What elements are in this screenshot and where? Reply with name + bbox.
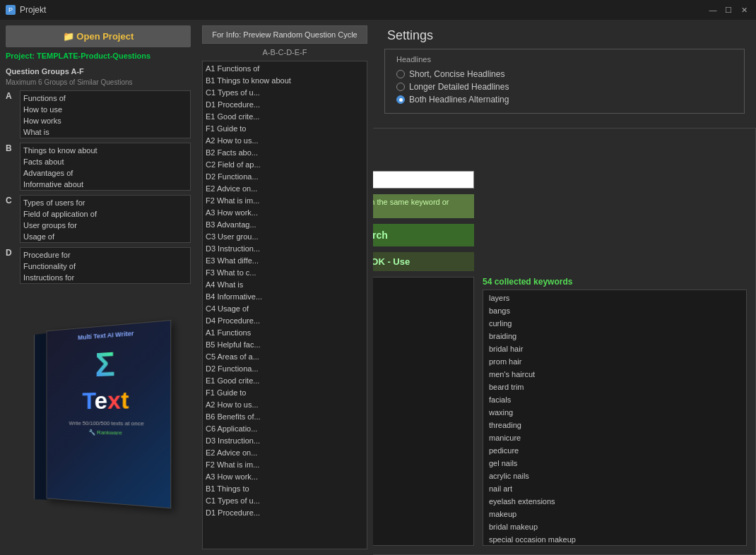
outline-item[interactable]: C1 Types of u... (206, 87, 364, 99)
list-item[interactable]: Instructions for (23, 272, 187, 283)
keyword-item[interactable]: deep conditioning (373, 381, 471, 393)
keyword-item[interactable]: color correction (373, 292, 471, 304)
keyword-item[interactable]: bangs (373, 520, 471, 533)
collected-keyword-item[interactable]: manicure (489, 431, 740, 444)
keyword-item[interactable]: keratin treatment (373, 368, 471, 381)
outline-item[interactable]: F2 What is im... (206, 195, 364, 207)
collected-keyword-item[interactable]: bridal hair (489, 342, 740, 355)
keyword-item[interactable]: perms (373, 470, 471, 482)
outline-item[interactable]: B6 Benefits of... (206, 411, 364, 423)
list-item[interactable]: What is (23, 126, 187, 138)
collected-keyword-item[interactable]: bridal makeup (489, 520, 740, 533)
outline-item[interactable]: C1 Types of u... (206, 495, 364, 507)
keyword-search-input[interactable] (373, 171, 474, 189)
list-item[interactable]: Advantages of (23, 167, 187, 179)
outline-item[interactable]: D2 Functiona... (206, 363, 364, 375)
list-item[interactable]: How to use (23, 104, 187, 115)
keyword-item[interactable]: braiding (373, 431, 471, 444)
keyword-item[interactable]: updos (373, 444, 471, 457)
outline-item[interactable]: C6 Applicatio... (206, 423, 364, 435)
collected-keyword-item[interactable]: prom hair (489, 355, 740, 368)
list-item[interactable]: Areas of application of (23, 242, 187, 243)
keyword-item[interactable]: texturizing (373, 482, 471, 495)
outline-item[interactable]: F2 What is im... (206, 459, 364, 471)
outline-item[interactable]: D2 Functiona... (206, 171, 364, 183)
list-item[interactable]: Functions of (23, 92, 187, 104)
collected-keyword-item[interactable]: acrylic nails (489, 470, 740, 482)
minimize-button[interactable]: — (707, 4, 719, 16)
keyword-item[interactable]: blowout (373, 304, 471, 317)
kf-collected-list[interactable]: layersbangscurlingbraidingbridal hairpro… (483, 290, 747, 546)
radio-short-headlines[interactable] (396, 70, 405, 78)
group-listbox-c[interactable]: Types of users for Field of application … (20, 195, 191, 243)
list-item[interactable]: Field of application of (23, 208, 187, 220)
outline-item[interactable]: D3 Instruction... (206, 243, 364, 255)
kf-keywords-list[interactable]: haircutscolor correctionblowoutbalayageh… (373, 277, 474, 546)
list-item[interactable]: How works (23, 115, 187, 126)
keyword-item[interactable]: lowlights (373, 342, 471, 355)
outline-item[interactable]: C3 User grou... (206, 231, 364, 243)
radio-longer-headlines[interactable] (396, 83, 405, 91)
open-project-button[interactable]: 📁 Open Project (6, 25, 191, 47)
keyword-item[interactable]: haircuts (373, 279, 471, 292)
collected-keyword-item[interactable]: waxing (489, 406, 740, 419)
outline-listbox[interactable]: A1 Functions ofB1 Things to know aboutC1… (202, 61, 367, 549)
outline-item[interactable]: A1 Functions of (206, 63, 364, 75)
keyword-item[interactable]: highlights (373, 330, 471, 342)
outline-item[interactable]: A2 How to us... (206, 399, 364, 411)
keyword-item[interactable]: balayage (373, 317, 471, 330)
outline-item[interactable]: A1 Functions (206, 327, 364, 339)
outline-item[interactable]: E1 Good crite... (206, 111, 364, 123)
outline-item[interactable]: D3 Instruction... (206, 435, 364, 447)
outline-item[interactable]: A2 How to us... (206, 135, 364, 147)
collected-keyword-item[interactable]: men's haircut (489, 368, 740, 381)
list-item[interactable]: Types of users for (23, 197, 187, 208)
outline-item[interactable]: F1 Guide to (206, 387, 364, 399)
keyword-item[interactable]: razor cut (373, 406, 471, 419)
collected-keyword-item[interactable]: makeup (489, 508, 740, 520)
outline-item[interactable]: D4 Procedure... (206, 315, 364, 327)
list-item[interactable]: Procedure for (23, 249, 187, 261)
outline-item[interactable]: C2 Field of ap... (206, 159, 364, 171)
collected-keyword-item[interactable]: nail art (489, 482, 740, 495)
group-listbox-b[interactable]: Things to know about Facts about Advanta… (20, 143, 191, 191)
group-listbox-d[interactable]: Procedure for Functionality of Instructi… (20, 247, 191, 284)
keyword-item[interactable]: ombre (373, 355, 471, 368)
outline-item[interactable]: B3 Advantag... (206, 219, 364, 231)
outline-item[interactable]: B5 Helpful fac... (206, 339, 364, 351)
outline-item[interactable]: A3 How work... (206, 207, 364, 219)
outline-item[interactable]: B4 Informative... (206, 291, 364, 303)
outline-item[interactable]: B1 Things to (206, 483, 364, 495)
collected-keyword-item[interactable]: curling (489, 317, 740, 330)
outline-item[interactable]: A3 How work... (206, 471, 364, 483)
outline-item[interactable]: A4 What is (206, 279, 364, 291)
outline-item[interactable]: B2 Facts abo... (206, 147, 364, 159)
preview-button[interactable]: For Info: Preview Random Question Cycle (202, 25, 367, 44)
outline-item[interactable]: B1 Things to know about (206, 75, 364, 87)
collected-keyword-item[interactable]: facials (489, 393, 740, 406)
keyword-item[interactable]: beach waves (373, 419, 471, 431)
radio-both-headlines[interactable] (396, 95, 405, 104)
keyword-item[interactable]: curling iron (373, 533, 471, 546)
collected-keyword-item[interactable]: pedicure (489, 444, 740, 457)
keyword-item[interactable]: scalp massage (373, 393, 471, 406)
outline-item[interactable]: C5 Areas of a... (206, 351, 364, 363)
collected-keyword-item[interactable]: braiding (489, 330, 740, 342)
close-button[interactable]: ✕ (738, 4, 750, 16)
outline-item[interactable]: E1 Good crite... (206, 375, 364, 387)
collected-keyword-item[interactable]: eyelash extensions (489, 495, 740, 508)
outline-item[interactable]: E2 Advice on... (206, 183, 364, 195)
list-item[interactable]: Usage of (23, 231, 187, 242)
collected-keyword-item[interactable]: layers (489, 292, 740, 304)
outline-item[interactable]: E3 What diffe... (206, 255, 364, 267)
list-item[interactable]: Helpful facts about (23, 190, 187, 191)
keyword-item[interactable]: fringe trim (373, 508, 471, 520)
outline-item[interactable]: D1 Procedure... (206, 99, 364, 111)
collected-keyword-item[interactable]: beard trim (489, 381, 740, 393)
outline-item[interactable]: F1 Guide to (206, 123, 364, 135)
list-item[interactable]: Things to know about (23, 145, 187, 156)
keyword-item[interactable]: hair smoothing (373, 495, 471, 508)
kf-start-button[interactable]: ▶ Start search (373, 224, 474, 246)
list-item[interactable]: Functionality of (23, 261, 187, 272)
outline-item[interactable]: D1 Procedure... (206, 507, 364, 519)
